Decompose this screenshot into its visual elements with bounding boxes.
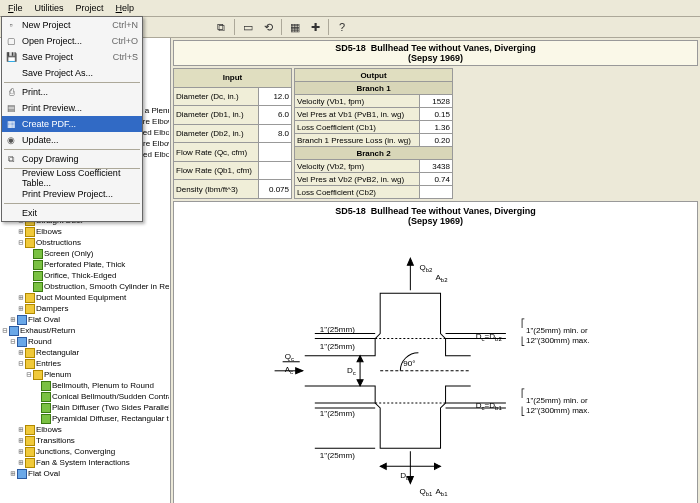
- menu-update[interactable]: ◉Update...: [2, 132, 142, 148]
- tree-item[interactable]: Plain Diffuser (Two Sides Parallel), Rec…: [1, 402, 169, 413]
- menu-print-preview[interactable]: ▤Print Preview...: [2, 100, 142, 116]
- menu-exit[interactable]: Exit: [2, 205, 142, 221]
- tree-item[interactable]: Screen (Only): [1, 248, 169, 259]
- title-area: SD5-18 Bullhead Tee without Vanes, Diver…: [173, 40, 698, 66]
- svg-text:Qc: Qc: [285, 352, 294, 362]
- input-table: Input Diameter (Dc, in.)12.0 Diameter (D…: [173, 68, 292, 199]
- new-icon: ▫: [5, 19, 17, 31]
- menu-open-project[interactable]: ▢Open Project...Ctrl+O: [2, 33, 142, 49]
- svg-text:⎡: ⎡: [521, 388, 525, 399]
- tool-a[interactable]: ▭: [238, 17, 258, 37]
- tree-item[interactable]: Pyramidal Diffuser, Rectangular to Plenu…: [1, 413, 169, 424]
- io-tables: Input Diameter (Dc, in.)12.0 Diameter (D…: [173, 68, 698, 199]
- menu-utilities[interactable]: Utilities: [29, 1, 70, 15]
- tree-item[interactable]: ⊞Flat Oval: [1, 314, 169, 325]
- out-pvb1: 0.15: [420, 108, 453, 121]
- menu-help[interactable]: Help: [110, 1, 141, 15]
- svg-text:⎣: ⎣: [521, 406, 525, 416]
- output-table: Output Branch 1 Velocity (Vb1, fpm)1528 …: [294, 68, 453, 199]
- menu-create-pdf[interactable]: ▦Create PDF...: [2, 116, 142, 132]
- svg-text:⎣: ⎣: [521, 336, 525, 346]
- svg-text:Db1: Db1: [400, 471, 413, 481]
- tree-item[interactable]: Conical Bellmouth/Sudden Contraction, Pl…: [1, 391, 169, 402]
- tool-d[interactable]: ✚: [305, 17, 325, 37]
- tree-item[interactable]: ⊟Round: [1, 336, 169, 347]
- drawing-panel: SD5-18 Bullhead Tee without Vanes, Diver…: [173, 201, 698, 503]
- menu-preview-project[interactable]: Print Preview Project...: [2, 186, 142, 202]
- svg-text:12"(300mm) max.: 12"(300mm) max.: [526, 336, 590, 345]
- svg-text:Dc: Dc: [347, 366, 356, 376]
- file-dropdown: ▫New ProjectCtrl+N ▢Open Project...Ctrl+…: [1, 16, 143, 222]
- tool-help[interactable]: ?: [332, 17, 352, 37]
- tree-item[interactable]: ⊟Plenum: [1, 369, 169, 380]
- tool-b[interactable]: ⟲: [258, 17, 278, 37]
- out-cb1: 1.36: [420, 121, 453, 134]
- svg-text:⎡: ⎡: [521, 318, 525, 329]
- input-db1[interactable]: 6.0: [259, 106, 292, 125]
- input-density[interactable]: 0.075: [259, 180, 292, 199]
- tee-diagram: 1"(25mm) 1"(25mm) 1"(25mm) 1"(25mm) 90° …: [174, 230, 697, 503]
- out-cb2: [420, 186, 453, 199]
- menu-preview-table[interactable]: Preview Loss Coefficient Table...: [2, 170, 142, 186]
- svg-text:90°: 90°: [403, 359, 415, 368]
- tree-item[interactable]: ⊞Duct Mounted Equipment: [1, 292, 169, 303]
- svg-text:Qb2: Qb2: [419, 263, 433, 273]
- tree-item[interactable]: ⊞Flat Oval: [1, 468, 169, 479]
- svg-text:1"(25mm): 1"(25mm): [320, 342, 355, 351]
- svg-text:Ac: Ac: [285, 365, 293, 375]
- open-icon: ▢: [5, 35, 17, 47]
- input-qc[interactable]: [259, 143, 292, 162]
- out-vb1: 1528: [420, 95, 453, 108]
- menu-file[interactable]: File: [2, 1, 29, 15]
- drawing-title: SD5-18 Bullhead Tee without Vanes, Diver…: [174, 202, 697, 230]
- content-panel: SD5-18 Bullhead Tee without Vanes, Diver…: [171, 38, 700, 503]
- save-icon: 💾: [5, 51, 17, 63]
- tree-item[interactable]: Perforated Plate, Thick: [1, 259, 169, 270]
- out-vb2: 3438: [420, 160, 453, 173]
- tool-copy[interactable]: ⧉: [211, 17, 231, 37]
- svg-text:Ab2: Ab2: [436, 273, 449, 283]
- svg-text:1"(25mm): 1"(25mm): [320, 325, 355, 334]
- print-icon: ⎙: [5, 86, 17, 98]
- tree-item[interactable]: ⊞Dampers: [1, 303, 169, 314]
- menu-project[interactable]: Project: [70, 1, 110, 15]
- input-qb1[interactable]: [259, 161, 292, 180]
- tool-c[interactable]: ▦: [285, 17, 305, 37]
- menu-print[interactable]: ⎙Print...: [2, 84, 142, 100]
- tree-item[interactable]: ⊞Transitions: [1, 435, 169, 446]
- input-dc[interactable]: 12.0: [259, 87, 292, 106]
- tree-item[interactable]: ⊟Obstructions: [1, 237, 169, 248]
- menu-save-as[interactable]: Save Project As...: [2, 65, 142, 81]
- out-pvb2: 0.74: [420, 173, 453, 186]
- tree-item[interactable]: ⊞Rectangular: [1, 347, 169, 358]
- svg-text:12"(300mm) max.: 12"(300mm) max.: [526, 406, 590, 415]
- tree-item[interactable]: ⊟Exhaust/Return: [1, 325, 169, 336]
- tree-item[interactable]: ⊞Junctions, Converging: [1, 446, 169, 457]
- menu-bar: File Utilities Project Help: [0, 0, 700, 17]
- svg-text:1"(25mm): 1"(25mm): [320, 409, 355, 418]
- svg-text:1"(25mm): 1"(25mm): [320, 451, 355, 460]
- menu-save-project[interactable]: 💾Save ProjectCtrl+S: [2, 49, 142, 65]
- tree-item[interactable]: ⊞Fan & System Interactions: [1, 457, 169, 468]
- preview-icon: ▤: [5, 102, 17, 114]
- svg-text:1"(25mm) min. or: 1"(25mm) min. or: [526, 396, 588, 405]
- svg-text:1"(25mm) min. or: 1"(25mm) min. or: [526, 326, 588, 335]
- input-db2[interactable]: 8.0: [259, 124, 292, 143]
- menu-copy-drawing[interactable]: ⧉Copy Drawing: [2, 151, 142, 167]
- svg-text:Ab1: Ab1: [436, 487, 449, 497]
- tree-item[interactable]: Bellmouth, Plenum to Round: [1, 380, 169, 391]
- tree-item[interactable]: ⊞Elbows: [1, 226, 169, 237]
- tree-item[interactable]: Orifice, Thick-Edged: [1, 270, 169, 281]
- tree-item[interactable]: ⊟Entries: [1, 358, 169, 369]
- svg-text:Qb1: Qb1: [419, 487, 433, 497]
- update-icon: ◉: [5, 134, 17, 146]
- tree-item[interactable]: ⊞Elbows: [1, 424, 169, 435]
- pdf-icon: ▦: [5, 118, 17, 130]
- menu-new-project[interactable]: ▫New ProjectCtrl+N: [2, 17, 142, 33]
- tree-item[interactable]: Obstruction, Smooth Cylinder in Rectangu…: [1, 281, 169, 292]
- copy-icon: ⧉: [5, 153, 17, 165]
- out-dp1: 0.20: [420, 134, 453, 147]
